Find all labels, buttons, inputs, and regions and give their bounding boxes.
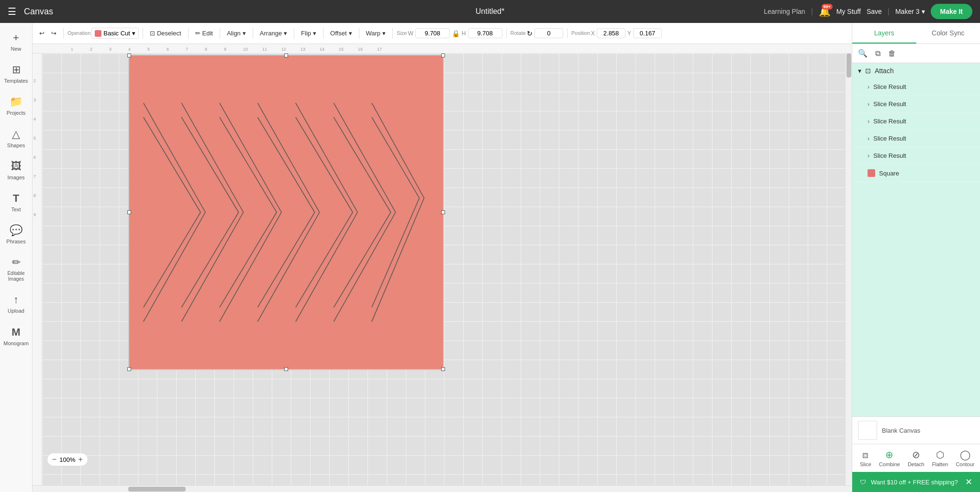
- top-nav-right: Learning Plan | 🔔99+ My Stuff Save | Mak…: [764, 4, 972, 19]
- svg-text:7: 7: [186, 47, 188, 52]
- detach-button[interactable]: ⊘ Detach: [904, 447, 928, 469]
- layer-item-label: Slice Result: [873, 100, 906, 108]
- size-group: Size W 9.708 🔒 H: [397, 28, 506, 38]
- layer-group-attach[interactable]: ▾ ⊡ Attach: [852, 63, 980, 78]
- sidebar-item-upload[interactable]: ↑ Upload: [2, 289, 31, 319]
- offset-button[interactable]: Offset ▾: [327, 28, 355, 39]
- position-label: Position: [571, 31, 590, 36]
- layer-item-slice1[interactable]: › Slice Result: [852, 78, 980, 96]
- svg-text:4: 4: [33, 117, 36, 121]
- deselect-button[interactable]: ⊡ Deselect: [147, 28, 184, 39]
- warp-chevron-icon: ▾: [382, 30, 386, 37]
- svg-text:11: 11: [262, 47, 267, 52]
- contour-icon: ◯: [960, 449, 970, 460]
- flip-button[interactable]: Flip ▾: [298, 28, 319, 39]
- lock-icon[interactable]: 🔒: [452, 30, 460, 37]
- banner-text: Want $10 off + FREE shipping?: [871, 479, 958, 486]
- shapes-icon: △: [12, 128, 20, 141]
- right-tabs: Layers Color Sync: [852, 23, 980, 44]
- x-position-input[interactable]: [597, 28, 625, 38]
- notification-button[interactable]: 🔔99+: [819, 6, 831, 17]
- slice-icon: ⧈: [862, 449, 869, 460]
- layer-item-slice4[interactable]: › Slice Result: [852, 130, 980, 147]
- y-position-input[interactable]: [633, 28, 662, 38]
- horizontal-scrollbar[interactable]: [33, 485, 852, 492]
- arrange-button[interactable]: Arrange ▾: [257, 28, 290, 39]
- zoom-in-button[interactable]: +: [78, 455, 83, 464]
- separator-1: |: [811, 7, 813, 16]
- deselect-group: ⊡ Deselect: [147, 28, 189, 39]
- delete-layer-button[interactable]: 🗑: [886, 47, 898, 60]
- scrollbar-thumb[interactable]: [846, 54, 851, 77]
- search-layers-button[interactable]: 🔍: [856, 47, 869, 60]
- bottom-actions: ⧈ Slice ⊕ Combine ⊘ Detach ⬡ Flatten ◯ C…: [852, 444, 980, 472]
- rotate-group: Rotate ↻: [511, 28, 568, 38]
- sidebar-item-new[interactable]: + New: [2, 27, 31, 57]
- align-button[interactable]: Align ▾: [224, 28, 249, 39]
- height-input[interactable]: [468, 28, 502, 38]
- warp-group: Warp ▾: [363, 28, 393, 39]
- layer-item-square[interactable]: Square: [852, 164, 980, 182]
- layer-item-slice2[interactable]: › Slice Result: [852, 96, 980, 113]
- edit-button[interactable]: ✏ Edit: [192, 28, 216, 39]
- top-nav: ☰ Canvas Untitled* Learning Plan | 🔔99+ …: [0, 0, 980, 23]
- offset-group: Offset ▾: [327, 28, 359, 39]
- text-icon: T: [13, 192, 19, 205]
- sidebar-item-label: New: [11, 46, 21, 52]
- sidebar-item-editable-images[interactable]: ✏ Editable Images: [2, 251, 31, 287]
- editable-images-icon: ✏: [12, 256, 21, 269]
- machine-selector[interactable]: Maker 3 ▾: [895, 8, 925, 15]
- canvas-workspace[interactable]: 1 2 3 4 5 6 7 8 9 10 11 12 13 14 15 16 1: [33, 44, 852, 485]
- rotate-input[interactable]: [535, 28, 563, 38]
- tab-color-sync[interactable]: Color Sync: [916, 23, 980, 44]
- sidebar-item-monogram[interactable]: M Monogram: [2, 321, 31, 351]
- vertical-scrollbar[interactable]: [845, 54, 852, 485]
- svg-text:5: 5: [147, 47, 150, 52]
- sidebar-item-label: Phrases: [6, 239, 25, 245]
- sidebar-item-shapes[interactable]: △ Shapes: [2, 123, 31, 153]
- sidebar-item-templates[interactable]: ⊞ Templates: [2, 59, 31, 89]
- svg-text:2: 2: [90, 47, 92, 52]
- layer-item-label: Slice Result: [873, 118, 906, 125]
- make-it-button[interactable]: Make It: [931, 4, 972, 19]
- save-button[interactable]: Save: [867, 8, 882, 15]
- zoom-out-button[interactable]: −: [52, 455, 56, 464]
- layer-item-slice3[interactable]: › Slice Result: [852, 113, 980, 130]
- layer-color-swatch: [868, 169, 875, 177]
- slice-label: Slice: [860, 461, 871, 467]
- svg-text:8: 8: [33, 193, 36, 198]
- layer-item-slice5[interactable]: › Slice Result: [852, 147, 980, 164]
- edit-group: ✏ Edit: [192, 28, 220, 39]
- svg-text:3: 3: [109, 47, 111, 52]
- svg-text:4: 4: [128, 47, 131, 52]
- warp-button[interactable]: Warp ▾: [363, 28, 389, 39]
- svg-text:10: 10: [243, 47, 248, 52]
- flatten-button[interactable]: ⬡ Flatten: [928, 447, 952, 469]
- main-area: + New ⊞ Templates 📁 Projects △ Shapes 🖼 …: [0, 23, 980, 492]
- my-stuff-link[interactable]: My Stuff: [836, 8, 861, 15]
- operation-selector[interactable]: Basic Cut ▾: [91, 28, 139, 39]
- tab-layers[interactable]: Layers: [852, 23, 916, 44]
- flip-group: Flip ▾: [298, 28, 323, 39]
- banner-close-button[interactable]: ✕: [965, 477, 972, 487]
- h-scrollbar-thumb[interactable]: [128, 487, 186, 492]
- undo-button[interactable]: ↩: [36, 28, 47, 39]
- layer-chevron-icon: ›: [868, 101, 869, 108]
- width-input[interactable]: 9.708: [415, 28, 450, 38]
- hamburger-icon[interactable]: ☰: [8, 6, 16, 17]
- learning-plan-link[interactable]: Learning Plan: [764, 8, 805, 15]
- canvas-thumb: [858, 421, 877, 440]
- separator-2: |: [888, 7, 890, 16]
- redo-button[interactable]: ↪: [48, 28, 59, 39]
- canvas-object[interactable]: [128, 55, 444, 370]
- svg-text:1: 1: [71, 47, 73, 52]
- sidebar-item-text[interactable]: T Text: [2, 187, 31, 218]
- sidebar-item-phrases[interactable]: 💬 Phrases: [2, 219, 31, 250]
- slice-button[interactable]: ⧈ Slice: [856, 448, 875, 469]
- sidebar-item-images[interactable]: 🖼 Images: [2, 155, 31, 186]
- combine-button[interactable]: ⊕ Combine: [875, 447, 904, 469]
- contour-button[interactable]: ◯ Contour: [952, 447, 978, 469]
- duplicate-layer-button[interactable]: ⧉: [873, 47, 882, 60]
- sidebar-item-projects[interactable]: 📁 Projects: [2, 91, 31, 121]
- position-group: Position X Y: [571, 28, 666, 38]
